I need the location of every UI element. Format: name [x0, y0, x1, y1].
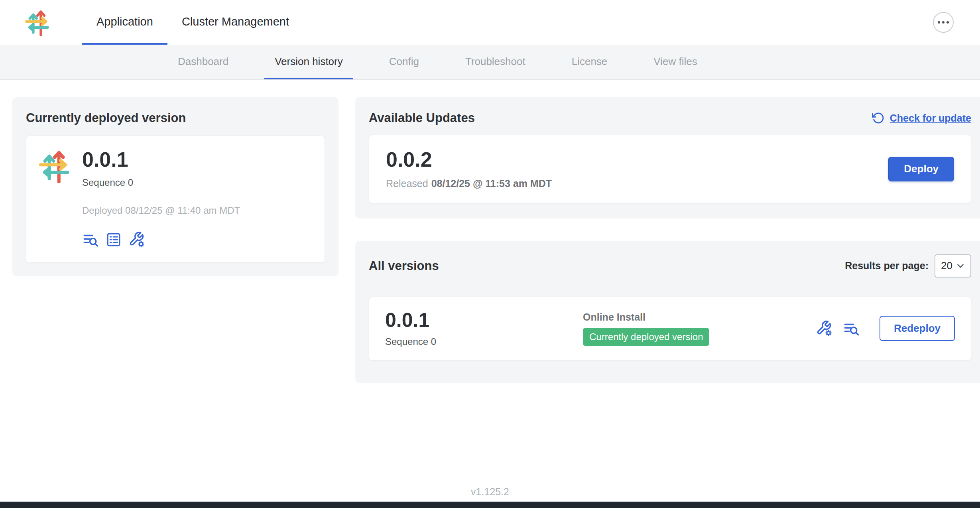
release-notes-button[interactable]	[843, 320, 860, 337]
bottom-bar	[0, 502, 980, 508]
subnav-item-license[interactable]: License	[561, 45, 618, 79]
subnav-item-dashboard[interactable]: Dashboard	[167, 45, 239, 79]
tab-cluster-management-label: Cluster Management	[182, 15, 289, 28]
ellipsis-icon	[938, 21, 949, 24]
currently-deployed-title: Currently deployed version	[26, 111, 325, 125]
all-versions-title: All versions	[369, 259, 439, 273]
row-version-number: 0.0.1	[385, 310, 583, 331]
app-logo-arrows-icon	[24, 9, 51, 36]
deploy-button[interactable]: Deploy	[888, 157, 954, 181]
top-header: Application Cluster Management	[0, 0, 980, 45]
all-versions-header: All versions Results per page: 20	[369, 254, 971, 278]
results-per-page-label: Results per page:	[845, 260, 929, 272]
version-row-status: Online Install Currently deployed versio…	[583, 311, 816, 346]
chevron-down-icon	[955, 261, 966, 271]
view-config-button[interactable]	[105, 231, 122, 248]
file-search-icon	[843, 320, 860, 337]
results-per-page: Results per page: 20	[845, 254, 971, 278]
subnav-item-troubleshoot[interactable]: Troubleshoot	[455, 45, 536, 79]
version-row: 0.0.1 Sequence 0 Online Install Currentl…	[369, 297, 971, 361]
file-search-icon	[82, 231, 99, 248]
edit-config-button[interactable]	[816, 320, 832, 337]
available-updates-card: Available Updates Check for update 0.0.2…	[355, 97, 980, 219]
all-versions-card: All versions Results per page: 20 0.0.1 …	[355, 241, 980, 383]
redeploy-button[interactable]: Redeploy	[880, 316, 955, 341]
header-right	[933, 12, 954, 33]
deployed-version-number: 0.0.1	[82, 149, 240, 171]
currently-deployed-badge: Currently deployed version	[583, 328, 709, 346]
deployed-version-panel: 0.0.1 Sequence 0 Deployed 08/12/25 @ 11:…	[26, 136, 325, 263]
overflow-menu-button[interactable]	[933, 12, 954, 33]
install-type-label: Online Install	[583, 311, 816, 323]
subnav-item-config[interactable]: Config	[379, 45, 429, 79]
app-subnav: Dashboard Version history Config Trouble…	[0, 45, 980, 80]
deployed-version-actions	[82, 231, 240, 248]
header-tabs: Application Cluster Management	[82, 0, 303, 45]
release-notes-button[interactable]	[82, 231, 99, 248]
check-for-update-link[interactable]: Check for update	[872, 112, 971, 124]
app-logo-arrows-icon	[37, 149, 72, 183]
released-prefix: Released	[386, 178, 428, 189]
main-content: Currently deployed version 0.0.1 Sequenc…	[0, 80, 980, 383]
update-version-number: 0.0.2	[386, 149, 552, 171]
edit-config-button[interactable]	[128, 231, 145, 248]
subnav-item-version-history[interactable]: Version history	[264, 45, 353, 79]
subnav-item-view-files[interactable]: View files	[643, 45, 707, 79]
right-column: Available Updates Check for update 0.0.2…	[355, 97, 980, 383]
check-for-update-label: Check for update	[890, 112, 971, 124]
version-row-info: 0.0.1 Sequence 0	[385, 310, 583, 348]
released-line: Released08/12/25 @ 11:53 am MDT	[386, 178, 552, 189]
tab-application-label: Application	[96, 15, 153, 28]
available-update-row: 0.0.2 Released08/12/25 @ 11:53 am MDT De…	[369, 135, 971, 203]
deployed-sequence-label: Sequence 0	[82, 177, 240, 188]
tab-application[interactable]: Application	[82, 0, 167, 45]
tab-cluster-management[interactable]: Cluster Management	[167, 0, 303, 45]
update-info: 0.0.2 Released08/12/25 @ 11:53 am MDT	[386, 149, 552, 189]
released-date: 08/12/25 @ 11:53 am MDT	[431, 178, 552, 189]
available-updates-title: Available Updates	[369, 111, 475, 125]
checklist-icon	[105, 231, 122, 248]
version-row-actions: Redeploy	[816, 316, 955, 341]
results-per-page-value: 20	[941, 260, 952, 272]
wrench-gear-icon	[816, 320, 832, 337]
currently-deployed-card: Currently deployed version 0.0.1 Sequenc…	[12, 97, 338, 276]
deployed-version-info: 0.0.1 Sequence 0 Deployed 08/12/25 @ 11:…	[82, 149, 240, 248]
deployed-date: Deployed 08/12/25 @ 11:40 am MDT	[82, 205, 240, 216]
row-sequence-label: Sequence 0	[385, 336, 583, 347]
results-per-page-select[interactable]: 20	[935, 254, 971, 278]
console-version: v1.125.2	[0, 486, 980, 498]
refresh-icon	[872, 112, 885, 124]
wrench-gear-icon	[128, 231, 145, 248]
available-updates-header: Available Updates Check for update	[369, 111, 971, 125]
